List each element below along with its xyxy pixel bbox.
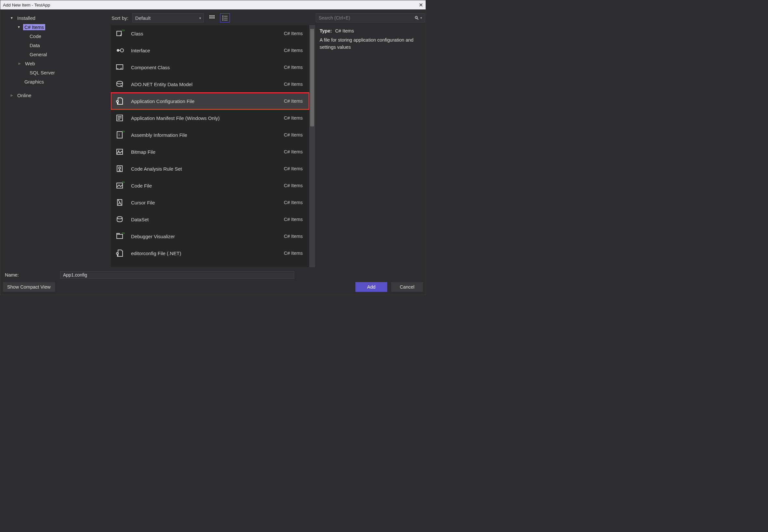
template-icon xyxy=(114,197,125,208)
svg-point-18 xyxy=(117,68,118,70)
tree-label: Installed xyxy=(16,15,37,21)
tree-online[interactable]: ▹ Online xyxy=(4,91,109,100)
type-value: C# Items xyxy=(335,28,354,33)
tree-data[interactable]: ▸ Data xyxy=(4,41,109,50)
tree-installed[interactable]: ▾ Installed xyxy=(4,13,109,22)
name-input[interactable] xyxy=(60,271,294,279)
template-row[interactable]: editorconfig File (.NET)C# Items xyxy=(111,245,309,262)
chevron-down-icon: ▾ xyxy=(199,16,201,20)
svg-point-35 xyxy=(117,217,122,219)
cancel-button[interactable]: Cancel xyxy=(391,282,423,292)
template-name: Debugger Visualizer xyxy=(131,234,278,239)
tree-sql[interactable]: ▸ SQL Server xyxy=(4,68,109,77)
search-dropdown-icon[interactable]: ▾ xyxy=(421,16,422,19)
collapse-icon[interactable]: ▾ xyxy=(17,25,21,29)
template-name: Assembly Information File xyxy=(131,132,278,138)
template-row[interactable]: C#ClassC# Items xyxy=(111,25,309,42)
template-category: C# Items xyxy=(284,217,303,222)
svg-point-32 xyxy=(119,167,121,169)
list-view-button[interactable] xyxy=(220,13,230,22)
template-category: C# Items xyxy=(284,183,303,188)
tree-csharp-items[interactable]: ▾ C# Items xyxy=(4,22,109,32)
grid-view-button[interactable] xyxy=(207,13,217,22)
template-category: C# Items xyxy=(284,98,303,104)
bottom-bar: Name: Show Compact View Add Cancel xyxy=(0,267,426,295)
template-name: Code Analysis Rule Set xyxy=(131,166,278,172)
svg-rect-1 xyxy=(211,15,213,17)
window-title: Add New Item - TestApp xyxy=(3,3,419,7)
template-icon xyxy=(114,163,125,174)
template-icon: C# xyxy=(114,231,125,242)
tree-label: Web xyxy=(24,60,36,67)
collapse-icon[interactable]: ▾ xyxy=(9,16,14,20)
svg-point-19 xyxy=(117,81,123,84)
svg-rect-7 xyxy=(224,16,228,17)
search-input[interactable]: 🔍︎ ▾ xyxy=(316,13,425,22)
sort-value: Default xyxy=(135,15,151,21)
template-row[interactable]: Application Manifest File (Windows Only)… xyxy=(111,110,309,126)
search-icon[interactable]: 🔍︎ xyxy=(414,15,419,21)
template-row[interactable]: Code Analysis Rule SetC# Items xyxy=(111,160,309,177)
svg-text:C#: C# xyxy=(122,130,124,133)
template-icon xyxy=(114,248,125,259)
expand-icon[interactable]: ▹ xyxy=(17,61,22,66)
template-list[interactable]: C#ClassC# ItemsInterfaceC# ItemsComponen… xyxy=(111,25,309,267)
svg-point-20 xyxy=(116,100,118,102)
template-name: Component Class xyxy=(131,65,278,70)
type-label: Type: xyxy=(319,28,332,33)
details-panel: 🔍︎ ▾ Type: C# Items A file for storing a… xyxy=(315,9,426,267)
template-name: editorconfig File (.NET) xyxy=(131,251,278,256)
template-name: Application Manifest File (Windows Only) xyxy=(131,115,278,121)
template-row[interactable]: Component ClassC# Items xyxy=(111,59,309,76)
svg-rect-11 xyxy=(224,20,228,20)
tree-web[interactable]: ▹ Web xyxy=(4,59,109,68)
template-name: Class xyxy=(131,31,278,36)
svg-rect-26 xyxy=(117,132,122,138)
template-row[interactable]: C#Code FileC# Items xyxy=(111,177,309,194)
tree-label: Graphics xyxy=(23,79,45,85)
svg-text:i: i xyxy=(119,133,120,137)
sort-select[interactable]: Default ▾ xyxy=(132,13,204,22)
template-icon: C# xyxy=(114,180,125,191)
template-row[interactable]: DataSetC# Items xyxy=(111,211,309,228)
template-category: C# Items xyxy=(284,65,303,70)
search-field[interactable] xyxy=(319,15,414,20)
template-icon: C# xyxy=(114,28,125,39)
tree-general[interactable]: ▸ General xyxy=(4,50,109,59)
tree-label: Online xyxy=(16,92,33,98)
template-row[interactable]: ADO.NET Entity Data ModelC# Items xyxy=(111,76,309,93)
template-list-wrap: C#ClassC# ItemsInterfaceC# ItemsComponen… xyxy=(111,25,315,267)
tree-code[interactable]: ▸ Code xyxy=(4,32,109,41)
template-name: Code File xyxy=(131,183,278,188)
svg-rect-5 xyxy=(213,17,215,19)
template-category: C# Items xyxy=(284,82,303,87)
tree-label: General xyxy=(28,51,48,58)
template-icon xyxy=(114,146,125,157)
svg-rect-6 xyxy=(222,16,223,17)
template-row[interactable]: Bitmap FileC# Items xyxy=(111,143,309,160)
template-name: Application Configuration File xyxy=(131,98,278,104)
close-icon[interactable]: ✕ xyxy=(419,2,423,8)
tree-label: Data xyxy=(28,42,41,48)
svg-rect-37 xyxy=(117,233,119,234)
tree-graphics[interactable]: ▸ Graphics xyxy=(4,77,109,86)
add-button[interactable]: Add xyxy=(355,282,387,292)
scrollbar-thumb[interactable] xyxy=(310,29,314,126)
template-row[interactable]: C#Debugger VisualizerC# Items xyxy=(111,228,309,245)
expand-icon[interactable]: ▹ xyxy=(9,93,14,97)
scrollbar[interactable] xyxy=(309,25,315,267)
svg-point-14 xyxy=(117,49,119,52)
compact-view-button[interactable]: Show Compact View xyxy=(3,282,55,292)
svg-text:C#: C# xyxy=(122,181,124,183)
svg-text:C#: C# xyxy=(122,232,124,234)
description: A file for storing application configura… xyxy=(319,37,421,51)
template-row[interactable]: InterfaceC# Items xyxy=(111,42,309,59)
template-row[interactable]: Cursor FileC# Items xyxy=(111,194,309,211)
template-category: C# Items xyxy=(284,132,303,137)
sort-by-label: Sort by: xyxy=(111,15,128,21)
template-name: Bitmap File xyxy=(131,149,278,155)
tree-label: C# Items xyxy=(23,24,45,30)
template-row[interactable]: Application Configuration FileC# Items xyxy=(111,93,309,110)
template-row[interactable]: iC#Assembly Information FileC# Items xyxy=(111,126,309,143)
tree-label: Code xyxy=(28,33,43,39)
